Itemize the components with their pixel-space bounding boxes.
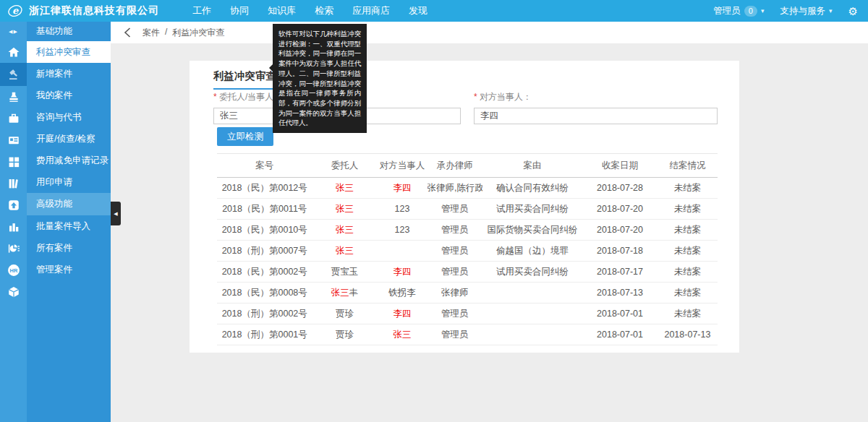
topbar-menu-item[interactable]: 发现 <box>409 4 427 17</box>
table-row[interactable]: 2018（民）第0012号张三李四张律师,陈行政确认合同有效纠纷2018-07-… <box>217 178 718 199</box>
sidebar-item[interactable]: 开庭/侦查/检察 <box>27 128 111 150</box>
table-cell: 管理员 <box>427 199 482 220</box>
cube-icon[interactable] <box>0 281 27 303</box>
table-cell <box>377 241 427 262</box>
table-cell: 123 <box>377 220 427 241</box>
table-cell: 张三 <box>312 220 377 241</box>
table-cell: 张律师,陈行政 <box>427 178 482 199</box>
sidebar-item[interactable]: 咨询与代书 <box>27 106 111 128</box>
breadcrumb: 案件 / 利益冲突审查 <box>142 27 224 39</box>
table-cell: 贾珍 <box>312 303 377 324</box>
table-cell: 2018-07-20 <box>582 220 658 241</box>
check-now-button[interactable]: 立即检测 <box>217 127 273 146</box>
table-cell: 2018-07-13 <box>582 283 658 303</box>
topbar-menu-item[interactable]: 工作 <box>192 4 211 17</box>
support-menu[interactable]: 支持与服务 ▾ <box>780 5 833 17</box>
table-cell: 2018-07-17 <box>582 262 658 283</box>
sidebar-item[interactable]: 新增案件 <box>27 63 111 85</box>
chevron-down-icon: ▾ <box>761 7 765 14</box>
sidebar-item[interactable]: 所有案件 <box>27 237 111 259</box>
breadcrumb-parent[interactable]: 案件 <box>142 27 160 39</box>
table-row[interactable]: 2018（民）第0011号张三123管理员试用买卖合同纠纷2018-07-20未… <box>217 199 718 220</box>
grid-icon[interactable] <box>0 151 27 173</box>
gear-icon[interactable]: ⚙ <box>848 6 858 17</box>
home-icon[interactable] <box>0 41 27 63</box>
table-cell <box>482 283 582 303</box>
sidebar-item[interactable]: 批量案件导入 <box>27 215 111 237</box>
table-row[interactable]: 2018（刑）第0007号张三管理员偷越国（边）境罪2018-07-18未结案 <box>217 241 718 262</box>
table-cell: 管理员 <box>427 241 482 262</box>
books-icon[interactable] <box>0 173 27 194</box>
table-cell: 2018（民）第0008号 <box>217 283 312 303</box>
table-cell: 123 <box>377 199 427 220</box>
collapse-arrows-icon[interactable]: ◀▶ <box>0 22 27 41</box>
sidebar-item[interactable]: 我的案件 <box>27 85 111 106</box>
breadcrumb-current: 利益冲突审查 <box>172 27 224 39</box>
table-cell: 试用买卖合同纠纷 <box>482 262 582 283</box>
sidebar-section-header[interactable]: 基础功能 <box>27 22 111 41</box>
hr-badge-icon[interactable]: HR <box>0 259 27 281</box>
sidebar-section-header[interactable]: 高级功能 <box>27 193 111 215</box>
table-column-header: 结案情况 <box>658 154 718 178</box>
topbar-menu-item[interactable]: 检索 <box>315 4 333 17</box>
table-column-header: 承办律师 <box>427 154 482 178</box>
table-cell: 未结案 <box>658 283 718 303</box>
sidebar-item[interactable]: 用印申请 <box>27 171 111 193</box>
table-cell: 2018（民）第0011号 <box>217 199 312 220</box>
table-cell: 未结案 <box>658 199 718 220</box>
table-row[interactable]: 2018（民）第0002号贾宝玉李四管理员试用买卖合同纠纷2018-07-17未… <box>217 262 718 283</box>
breadcrumb-separator: / <box>165 27 167 39</box>
support-label: 支持与服务 <box>780 5 826 17</box>
table-cell: 2018-07-01 <box>582 324 658 345</box>
table-cell: 2018（刑）第0002号 <box>217 303 312 324</box>
table-cell: 李四 <box>377 303 427 324</box>
table-cell: 确认合同有效纠纷 <box>482 178 582 199</box>
user-label: 管理员 <box>713 5 741 17</box>
gavel-icon[interactable] <box>0 63 27 86</box>
sidebar-item-selected[interactable]: 利益冲突审查 <box>27 41 111 63</box>
tooltip-text: 软件可对以下几种利益冲突进行检测：一、双重代理型利益冲突，同一律师在同一案件中为… <box>278 30 361 126</box>
sidebar-menu: 基础功能利益冲突审查新增案件我的案件咨询与代书开庭/侦查/检察费用减免申请记录用… <box>27 22 111 422</box>
conflict-check-panel: 利益冲突审查 委托人/当事人： 对方当事人： 立即检测 案号委托人对方当事人承办… <box>190 61 739 353</box>
briefcase-icon[interactable] <box>0 108 27 129</box>
table-row[interactable]: 2018（刑）第0002号贾珍李四管理员2018-07-01未结案 <box>217 303 718 324</box>
table-cell: 未结案 <box>658 220 718 241</box>
table-cell: 未结案 <box>658 241 718 262</box>
table-cell: 2018-07-20 <box>582 199 658 220</box>
table-cell: 未结案 <box>658 178 718 199</box>
user-menu[interactable]: 管理员 0 ▾ <box>713 5 764 17</box>
table-cell: 管理员 <box>427 324 482 345</box>
conflict-results-table: 案号委托人对方当事人承办律师案由收案日期结案情况 2018（民）第0012号张三… <box>217 153 718 345</box>
bar-chart-icon[interactable] <box>0 216 27 238</box>
table-cell: 贾珍 <box>312 324 377 345</box>
table-cell: 张三丰 <box>312 283 377 303</box>
pie-report-icon[interactable] <box>0 238 27 259</box>
table-cell: 张三 <box>312 199 377 220</box>
stamp-icon[interactable] <box>0 86 27 108</box>
table-cell: 2018-07-01 <box>582 303 658 324</box>
sidebar-icon-strip: ◀▶ HR <box>0 22 27 422</box>
table-cell: 偷越国（边）境罪 <box>482 241 582 262</box>
tooltip-arrow-icon <box>269 64 273 72</box>
table-header-row: 案号委托人对方当事人承办律师案由收案日期结案情况 <box>217 154 718 178</box>
table-cell: 2018（刑）第0001号 <box>217 324 312 345</box>
id-card-icon[interactable] <box>0 129 27 151</box>
back-chevron-icon[interactable] <box>124 27 131 38</box>
table-cell: 2018（民）第0010号 <box>217 220 312 241</box>
table-row[interactable]: 2018（民）第0010号张三123管理员国际货物买卖合同纠纷2018-07-2… <box>217 220 718 241</box>
table-cell: 2018（民）第0002号 <box>217 262 312 283</box>
page-title: 利益冲突审查 <box>213 69 276 83</box>
table-cell: 贾宝玉 <box>312 262 377 283</box>
topbar-menu-item[interactable]: 协同 <box>230 4 249 17</box>
opponent-input[interactable] <box>474 108 718 124</box>
sidebar-collapse-tab[interactable]: ◀ <box>111 202 121 225</box>
table-row[interactable]: 2018（刑）第0001号贾珍张三管理员2018-07-012018-07-13 <box>217 324 718 345</box>
breadcrumb-bar: 案件 / 利益冲突审查 <box>111 22 868 43</box>
sidebar-item[interactable]: 管理案件 <box>27 259 111 280</box>
table-cell: 2018（民）第0012号 <box>217 178 312 199</box>
topbar-menu-item[interactable]: 知识库 <box>268 4 296 17</box>
topbar-menu-item[interactable]: 应用商店 <box>352 4 390 17</box>
table-row[interactable]: 2018（民）第0008号张三丰铁拐李张律师2018-07-13未结案 <box>217 283 718 303</box>
sidebar-item[interactable]: 费用减免申请记录 <box>27 150 111 171</box>
box-upload-icon[interactable] <box>0 194 27 216</box>
